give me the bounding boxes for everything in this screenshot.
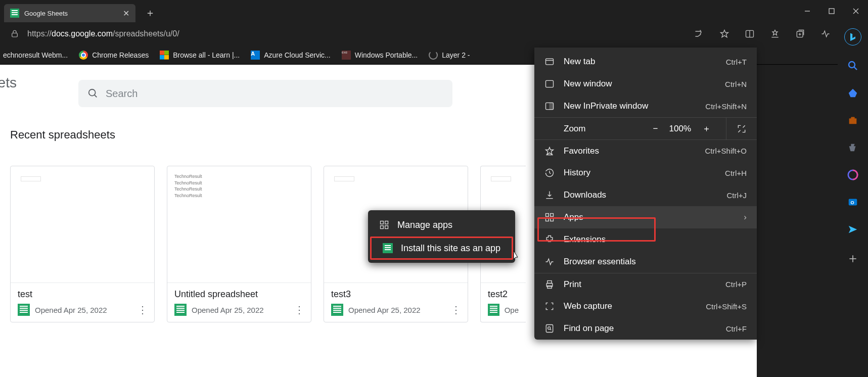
svg-rect-16: [546, 59, 554, 65]
menu-essentials[interactable]: Browser essentials: [534, 251, 757, 273]
svg-rect-34: [385, 221, 388, 224]
sheets-favicon-icon: [10, 9, 19, 18]
menu-downloads[interactable]: DownloadsCtrl+J: [534, 184, 757, 206]
svg-rect-25: [546, 218, 549, 221]
portable-icon: exe: [342, 51, 351, 60]
svg-rect-33: [381, 221, 384, 224]
bookmark-portable[interactable]: exeWindows Portable...: [342, 51, 418, 60]
svg-rect-30: [546, 325, 553, 333]
card-opened: Ope: [505, 306, 519, 314]
menu-zoom: Zoom − 100% ＋: [534, 117, 757, 139]
svg-rect-4: [12, 33, 18, 37]
svg-rect-26: [551, 218, 554, 221]
sidebar-office-icon[interactable]: [846, 168, 860, 182]
svg-rect-36: [385, 226, 388, 229]
recent-title: Recent spreadsheets: [10, 128, 115, 142]
azure-icon: A: [251, 51, 260, 60]
svg-rect-29: [547, 286, 552, 288]
svg-line-15: [95, 95, 97, 98]
svg-text:O: O: [850, 200, 854, 205]
card-more-icon[interactable]: ⋮: [294, 304, 304, 316]
favorite-star-icon[interactable]: [714, 25, 735, 43]
zoom-in-button[interactable]: ＋: [702, 123, 711, 134]
bookmark-azure[interactable]: AAzure Cloud Servic...: [251, 51, 331, 60]
card-thumbnail: TechnoResultTechnoResultTechnoResultTech…: [167, 166, 311, 282]
submenu-install-app[interactable]: Install this site as an app: [372, 238, 512, 258]
svg-rect-24: [551, 214, 554, 217]
close-window-button[interactable]: [844, 0, 868, 22]
fullscreen-button[interactable]: [726, 118, 747, 140]
sidebar-add-icon[interactable]: [846, 252, 860, 266]
url-text[interactable]: https://docs.google.com/spreadsheets/u/0…: [27, 29, 179, 38]
sidebar-tools-icon[interactable]: [846, 113, 860, 127]
spreadsheet-card[interactable]: test Opened Apr 25, 2022⋮: [10, 166, 155, 322]
bookmark-layer2[interactable]: Layer 2 -: [429, 51, 470, 60]
edge-settings-menu: New tabCtrl+T New windowCtrl+N New InPri…: [534, 48, 757, 340]
browser-tab[interactable]: Google Sheets ✕: [4, 4, 135, 22]
apps-submenu: Manage apps Install this site as an app: [368, 210, 515, 263]
menu-extensions[interactable]: Extensions: [534, 228, 757, 251]
svg-line-32: [550, 329, 552, 331]
card-opened: Opened Apr 25, 2022: [35, 306, 132, 314]
window-controls: [795, 0, 868, 22]
svg-point-37: [849, 62, 855, 68]
split-screen-icon[interactable]: [740, 25, 760, 43]
minimize-button[interactable]: [795, 0, 819, 22]
chrome-icon: [79, 51, 88, 60]
sheets-icon: [174, 304, 187, 316]
close-tab-icon[interactable]: ✕: [123, 9, 129, 18]
spreadsheet-card[interactable]: TechnoResultTechnoResultTechnoResultTech…: [167, 166, 311, 322]
card-more-icon[interactable]: ⋮: [451, 304, 461, 316]
svg-rect-20: [550, 103, 554, 109]
url-scheme: https://: [27, 29, 52, 38]
sidebar-shopping-icon[interactable]: [846, 86, 860, 100]
menu-find[interactable]: Find on pageCtrl+F: [534, 317, 757, 340]
titlebar: Google Sheets ✕ ＋: [0, 0, 868, 22]
svg-point-14: [89, 89, 96, 96]
sidebar-drop-icon[interactable]: [846, 222, 860, 237]
card-more-icon[interactable]: ⋮: [138, 304, 147, 316]
menu-print[interactable]: PrintCtrl+P: [534, 273, 757, 295]
search-bar[interactable]: Search: [78, 80, 452, 107]
site-info-button[interactable]: [7, 29, 22, 38]
svg-rect-28: [547, 280, 552, 283]
submenu-manage-apps[interactable]: Manage apps: [368, 213, 515, 237]
menu-new-window[interactable]: New windowCtrl+N: [534, 73, 757, 95]
sheets-icon: [18, 304, 30, 316]
menu-inprivate[interactable]: New InPrivate windowCtrl+Shift+N: [534, 95, 757, 117]
favorites-list-icon[interactable]: [765, 25, 785, 43]
address-bar-row: https://docs.google.com/spreadsheets/u/0…: [0, 22, 868, 45]
svg-rect-23: [546, 214, 549, 217]
maximize-button[interactable]: [819, 0, 844, 22]
menu-capture[interactable]: Web captureCtrl+Shift+S: [534, 295, 757, 317]
chevron-right-icon: ›: [744, 212, 747, 222]
search-placeholder: Search: [106, 88, 138, 100]
menu-apps[interactable]: Apps›: [534, 206, 757, 228]
url-host: docs.google.com: [52, 29, 113, 38]
bookmark-chrome-releases[interactable]: Chrome Releases: [79, 51, 149, 60]
menu-new-tab[interactable]: New tabCtrl+T: [534, 51, 757, 73]
bookmark-technoresult[interactable]: echnoresult Webm...: [3, 51, 68, 59]
read-aloud-icon[interactable]: [689, 25, 709, 43]
microsoft-icon: [160, 51, 169, 60]
collections-icon[interactable]: [790, 25, 810, 43]
svg-rect-35: [381, 226, 384, 229]
sidebar-games-icon[interactable]: [846, 140, 860, 155]
menu-history[interactable]: HistoryCtrl+H: [534, 162, 757, 184]
sidebar-outlook-icon[interactable]: O: [846, 195, 860, 209]
performance-icon[interactable]: [815, 25, 836, 43]
install-highlight-box: Install this site as an app: [370, 237, 513, 260]
mouse-cursor-icon: [513, 250, 523, 262]
new-tab-button[interactable]: ＋: [142, 4, 159, 21]
sidebar-search-icon[interactable]: [846, 59, 860, 73]
card-name: test: [18, 289, 147, 300]
sheets-icon: [383, 243, 393, 253]
menu-favorites[interactable]: FavoritesCtrl+Shift+O: [534, 139, 757, 162]
card-name: Untitled spreadsheet: [174, 289, 304, 300]
bookmark-learn[interactable]: Browse all - Learn |...: [160, 51, 240, 60]
zoom-level: 100%: [669, 124, 691, 134]
card-opened: Opened Apr 25, 2022: [348, 306, 446, 314]
card-name: test2: [488, 289, 519, 300]
zoom-out-button[interactable]: −: [653, 124, 658, 134]
bing-chat-button[interactable]: [844, 28, 861, 45]
